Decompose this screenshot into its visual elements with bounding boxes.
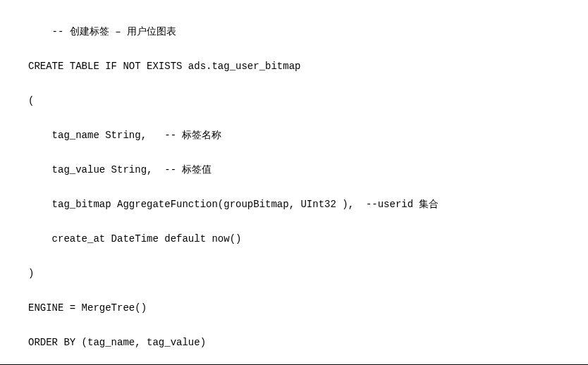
code-line: tag_bitmap AggregateFunction(groupBitmap…: [28, 196, 588, 214]
code-line: ENGINE = MergeTree(): [28, 299, 588, 317]
code-line: -- 创建标签 – 用户位图表: [28, 23, 588, 41]
sql-code-block: -- 创建标签 – 用户位图表 CREATE TABLE IF NOT EXIS…: [28, 6, 588, 365]
code-line: CREATE TABLE IF NOT EXISTS ads.tag_user_…: [28, 58, 588, 75]
code-line: tag_name String, -- 标签名称: [28, 127, 588, 144]
code-line: ORDER BY (tag_name, tag_value): [28, 334, 588, 352]
code-line: tag_value String, -- 标签值: [28, 161, 588, 179]
code-line: ): [28, 265, 588, 283]
code-line: create_at DateTime default now(): [28, 230, 588, 248]
code-line: (: [28, 92, 588, 110]
